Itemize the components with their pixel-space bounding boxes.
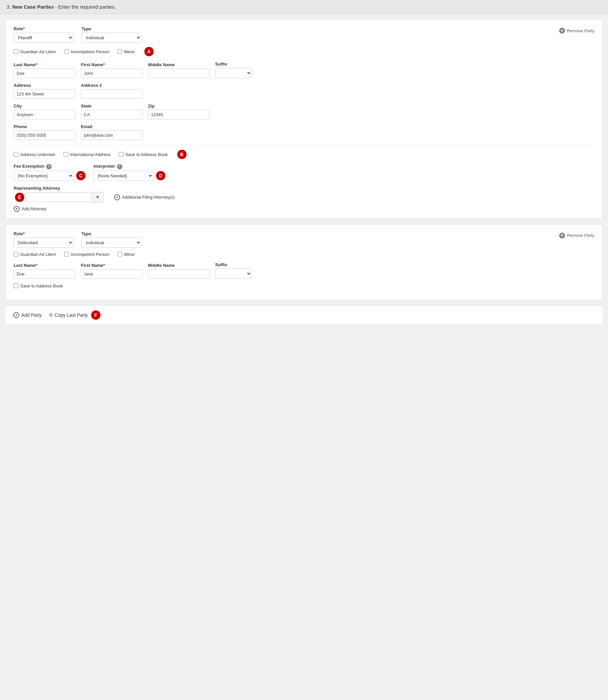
party-card-2: Role* Defendant Type Individual ✕ Remove… — [5, 224, 603, 300]
party1-middle-name-input[interactable] — [148, 69, 210, 78]
party1-incompetent-checkbox-item: Incompetent Person — [64, 49, 110, 54]
party2-middle-name-field: Middle Name — [148, 263, 210, 279]
party2-incompetent-checkbox[interactable] — [64, 252, 69, 257]
party1-incompetent-checkbox[interactable] — [64, 49, 69, 54]
party2-role-label: Role* — [14, 231, 74, 236]
party1-type-select[interactable]: Individual — [81, 33, 141, 43]
party1-address2-label: Address 2 — [81, 83, 143, 88]
annotation-a: A — [144, 47, 154, 56]
party1-address-row: Address Address 2 — [14, 83, 594, 99]
party1-international-label: International Address — [70, 152, 111, 157]
party1-checkboxes-row: Guardian Ad Litem Incompetent Person Min… — [14, 47, 594, 56]
copy-last-party-link[interactable]: ⎘ Copy Last Party F — [50, 310, 100, 320]
page-subtitle: - Enter the required parties. — [55, 4, 116, 10]
party1-suffix-select[interactable] — [215, 68, 252, 78]
party2-minor-label: Minor — [124, 252, 135, 257]
party2-role-select[interactable]: Defendant — [14, 238, 74, 248]
party1-city-state-zip-row: City State Zip — [14, 103, 594, 119]
party1-international-item: International Address — [63, 152, 111, 157]
party1-save-address-label: Save to Address Book — [126, 152, 168, 157]
party1-last-name-field: Last Name* — [14, 62, 76, 78]
party1-phone-email-row: Phone Email — [14, 124, 594, 140]
remove-icon-2: ✕ — [559, 232, 565, 239]
party1-fee-exemption-select[interactable]: [No Exemption] — [14, 171, 74, 181]
party2-guardian-checkbox[interactable] — [14, 252, 18, 257]
party1-last-name-label: Last Name* — [14, 62, 76, 67]
annotation-c: C — [76, 171, 86, 180]
party1-save-address-item: Save to Address Book — [119, 152, 168, 157]
page-title: New Case Parties — [12, 4, 54, 10]
party2-last-name-input[interactable] — [14, 269, 76, 279]
party1-zip-input[interactable] — [148, 110, 210, 119]
party2-minor-checkbox[interactable] — [117, 252, 122, 257]
party2-remove-button[interactable]: ✕ Remove Party — [559, 231, 594, 239]
party1-name-row: Last Name* First Name* Middle Name Suffi… — [14, 61, 594, 78]
additional-filing-label: Additional Filing Attorney(s) — [122, 195, 175, 200]
party1-state-label: State — [81, 103, 143, 109]
party1-state-input[interactable] — [81, 110, 143, 119]
party1-address-unknown-label: Address Unknown — [20, 152, 56, 157]
party2-middle-name-input[interactable] — [148, 269, 210, 279]
party2-first-name-input[interactable] — [81, 269, 143, 279]
party1-city-label: City — [14, 103, 76, 109]
party1-zip-label: Zip — [148, 103, 210, 109]
party1-interpreter-select[interactable]: [None Needed] — [93, 171, 153, 181]
party1-phone-input[interactable] — [14, 130, 76, 140]
party1-filter-button[interactable]: ▼ — [92, 192, 103, 203]
party2-type-field: Type Individual — [81, 231, 141, 248]
party1-additional-filing-link[interactable]: + Additional Filing Attorney(s) — [114, 194, 175, 200]
party2-name-row: Last Name* First Name* Middle Name Suffi… — [14, 262, 594, 279]
party2-save-address-item: Save to Address Book — [14, 283, 63, 288]
party1-address2-input[interactable] — [81, 89, 143, 99]
page-header: 3. New Case Parties - Enter the required… — [0, 0, 608, 14]
party1-phone-field: Phone — [14, 124, 76, 140]
party-card-1: Role* Plaintiff Type Individual ✕ Remove… — [5, 19, 603, 219]
party1-email-field: Email — [81, 124, 143, 140]
party1-address-label: Address — [14, 83, 76, 88]
party2-last-name-label: Last Name* — [14, 263, 76, 268]
party1-email-input[interactable] — [81, 130, 143, 140]
party1-address-field: Address — [14, 83, 76, 99]
party1-address-input[interactable] — [14, 89, 76, 99]
party2-last-name-field: Last Name* — [14, 263, 76, 279]
party1-guardian-checkbox[interactable] — [14, 49, 18, 54]
party1-representing-field: Representing Attorney E ▼ + Additional F… — [14, 186, 594, 203]
party2-suffix-label: Suffix — [215, 262, 252, 267]
party1-type-field: Type Individual — [81, 26, 141, 43]
party1-address-unknown-checkbox[interactable] — [14, 152, 18, 157]
party1-minor-checkbox[interactable] — [117, 49, 122, 54]
party1-remove-button[interactable]: ✕ Remove Party — [559, 26, 594, 34]
party1-type-label: Type — [81, 26, 141, 31]
party1-first-name-field: First Name* — [81, 62, 143, 78]
party1-suffix-label: Suffix — [215, 61, 252, 67]
main-content: Role* Plaintiff Type Individual ✕ Remove… — [0, 14, 608, 330]
party1-address2-field: Address 2 — [81, 83, 143, 99]
party1-interpreter-label: Interpreter ? — [93, 164, 165, 169]
party1-city-input[interactable] — [14, 110, 76, 119]
party1-save-address-checkbox[interactable] — [119, 152, 124, 157]
party1-international-checkbox[interactable] — [63, 152, 68, 157]
party2-type-label: Type — [81, 231, 141, 236]
add-party-link[interactable]: + Add Party — [13, 312, 42, 318]
party1-role-select[interactable]: Plaintiff — [14, 33, 74, 43]
party1-first-name-label: First Name* — [81, 62, 143, 67]
party2-type-select[interactable]: Individual — [81, 238, 141, 248]
party1-middle-name-field: Middle Name — [148, 62, 210, 78]
party1-email-label: Email — [81, 124, 143, 129]
party1-add-attorney-row[interactable]: + Add Attorney — [14, 206, 594, 212]
party1-first-name-input[interactable] — [81, 69, 143, 78]
party2-save-address-label: Save to Address Book — [20, 283, 63, 288]
party2-suffix-field: Suffix — [215, 262, 252, 279]
party1-last-name-input[interactable] — [14, 69, 76, 78]
party2-suffix-select[interactable] — [215, 268, 252, 279]
party2-top-row: Role* Defendant Type Individual ✕ Remove… — [14, 231, 594, 248]
party2-save-address-checkbox[interactable] — [14, 283, 18, 288]
party2-checkboxes-row: Guardian Ad Litem Incompetent Person Min… — [14, 252, 594, 257]
party1-fee-exemption-field: Fee Exemption ? [No Exemption] C — [14, 164, 86, 181]
party2-guardian-label: Guardian Ad Litem — [20, 252, 56, 257]
party1-representing-label: Representing Attorney — [14, 186, 594, 191]
party1-representing-input[interactable] — [25, 192, 92, 202]
party1-address-options-row: Address Unknown International Address Sa… — [14, 150, 594, 159]
annotation-b: B — [177, 150, 187, 159]
party2-incompetent-checkbox-item: Incompetent Person — [64, 252, 110, 257]
